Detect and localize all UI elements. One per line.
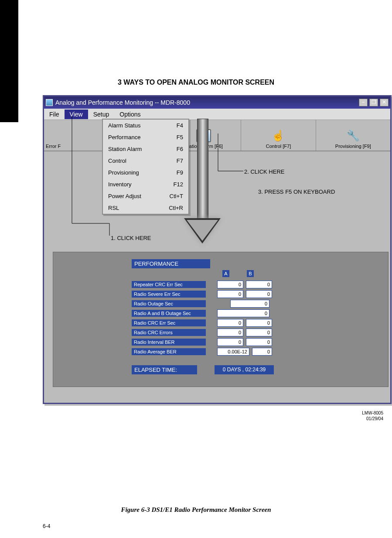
anno-2: 2. CLICK HERE (244, 168, 284, 175)
label: Radio CRC Errors (132, 329, 206, 336)
anno2-leader (214, 131, 249, 175)
value-b: 0 (246, 290, 272, 298)
minimize-button[interactable]: − (359, 99, 368, 106)
figure-caption: Figure 6-3 DS1/E1 Radio Performance Moni… (0, 506, 392, 514)
dd-key: Ctl+R (169, 205, 183, 211)
label: Radio CRC Err Sec (132, 319, 206, 326)
row-interval-ber: Radio Interval BER 0 0 (132, 337, 315, 347)
col-b: B (247, 270, 254, 277)
content-box: PERFORMANCE A B Repeater CRC Err Sec 0 0… (53, 252, 389, 387)
value-b: 0 (252, 348, 272, 356)
maximize-button[interactable]: ❐ (369, 99, 378, 106)
close-button[interactable]: ✕ (380, 99, 389, 106)
title-bar: Analog and Performance Monitoring -- MDR… (44, 96, 390, 109)
row-outage: Radio Outage Sec 0 (132, 299, 315, 308)
label: Radio Severe Err Sec (132, 291, 206, 298)
meta-date: 01/29/04 (362, 416, 383, 421)
window-title: Analog and Performance Monitoring -- MDR… (55, 99, 359, 106)
value-b: 0 (246, 338, 272, 346)
elapsed-value: 0 DAYS , 02:24:39 (215, 365, 274, 374)
anno1-leader (68, 114, 120, 236)
label: Radio Outage Sec (132, 300, 206, 307)
value-a: 0.00E-12 (217, 348, 249, 356)
toolbar-error-label: Error F (46, 144, 61, 149)
toolbar-control-label: Control [F7] (266, 144, 291, 149)
margin-tab (0, 0, 18, 122)
dd-key: F4 (177, 122, 183, 129)
performance-panel: PERFORMANCE A B Repeater CRC Err Sec 0 0… (132, 259, 315, 374)
meta-id: LMW-8005 (362, 410, 383, 416)
menu-file[interactable]: File (44, 110, 65, 119)
value-a: 0 (217, 281, 243, 288)
col-a: A (222, 270, 229, 277)
row-ab-outage: Radio A and B Outage Sec 0 (132, 308, 315, 318)
toolbar-control[interactable]: ☝ Control [F7] (241, 120, 315, 151)
toolbar-provisioning-label: Provisioning [F9] (335, 144, 371, 149)
toolbar-provisioning[interactable]: 🔧 Provisioning [F9] (316, 120, 390, 151)
anno-text: 3. PRESS F5 ON KEYBOARD (258, 188, 335, 195)
wrench-icon: 🔧 (346, 129, 361, 142)
big-arrow (192, 119, 214, 250)
elapsed-row: ELAPSED TIME: 0 DAYS , 02:24:39 (132, 365, 315, 374)
value: 0 (217, 309, 269, 317)
row-crc-errors: Radio CRC Errors 0 0 (132, 328, 315, 337)
label: Radio A and B Outage Sec (132, 310, 206, 317)
dd-key: F6 (177, 146, 183, 152)
dd-key: F9 (177, 169, 183, 176)
performance-title: PERFORMANCE (132, 259, 210, 268)
toolbar-error-partial[interactable]: Error F (44, 120, 70, 151)
value-a: 0 (217, 329, 243, 336)
label: Radio Average BER (132, 348, 206, 355)
footer-meta: LMW-8005 01/29/04 (362, 410, 383, 421)
dd-key: F5 (177, 134, 183, 140)
row-severe-err: Radio Severe Err Sec 0 0 (132, 289, 315, 299)
ab-header: A B (222, 270, 315, 277)
row-avg-ber: Radio Average BER 0.00E-12 0 (132, 347, 315, 356)
app-icon (46, 99, 53, 106)
arrow-head-icon (184, 218, 221, 243)
value-a: 0 (217, 338, 243, 346)
hand-icon: ☝ (271, 129, 286, 142)
dd-key: F7 (177, 158, 183, 164)
row-repeater-crc: Repeater CRC Err Sec 0 0 (132, 280, 315, 289)
value: 0 (230, 300, 269, 308)
elapsed-label: ELAPSED TIME: (132, 365, 197, 374)
page: 3 WAYS TO OPEN ANALOG MONITOR SCREEN Ana… (0, 0, 392, 538)
label: Repeater CRC Err Sec (132, 281, 206, 288)
value-b: 0 (246, 319, 272, 327)
anno-text: 2. CLICK HERE (244, 168, 284, 175)
value-a: 0 (217, 290, 243, 298)
dd-key: Ctl+T (170, 193, 183, 199)
arrow-stem (197, 119, 208, 219)
page-heading: 3 WAYS TO OPEN ANALOG MONITOR SCREEN (0, 79, 392, 86)
page-number: 6-4 (43, 523, 50, 529)
value-b: 0 (246, 329, 272, 336)
row-crc-err-sec: Radio CRC Err Sec 0 0 (132, 318, 315, 328)
value-b: 0 (246, 281, 272, 288)
anno-3: 3. PRESS F5 ON KEYBOARD (258, 188, 335, 195)
label: Radio Interval BER (132, 339, 206, 346)
dd-key: F12 (174, 181, 183, 188)
value-a: 0 (217, 319, 243, 327)
